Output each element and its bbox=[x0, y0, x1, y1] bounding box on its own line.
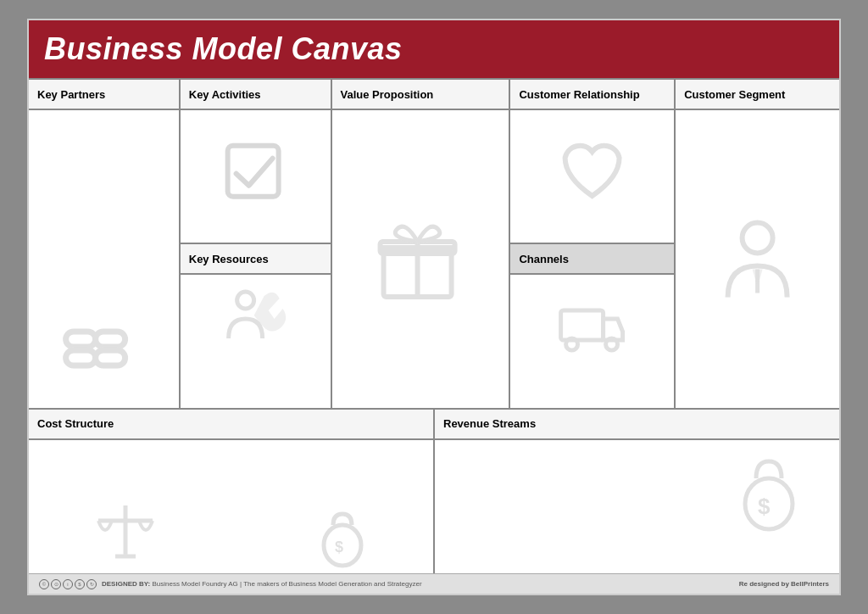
svg-rect-2 bbox=[65, 350, 95, 366]
channels-header: Channels bbox=[510, 244, 674, 275]
svg-rect-0 bbox=[65, 332, 95, 347]
gift-icon bbox=[332, 212, 509, 305]
col-key-activities: Key Activities Key Resources bbox=[181, 80, 332, 408]
cost-structure-header: Cost Structure bbox=[29, 410, 433, 440]
designed-by-label: DESIGNED BY: Business Model Foundry AG |… bbox=[102, 580, 422, 588]
svg-text:$: $ bbox=[758, 494, 771, 519]
value-proposition-body bbox=[332, 110, 509, 408]
page-title: Business Model Canvas bbox=[44, 31, 403, 67]
canvas-wrapper: Business Model Canvas Key Partners bbox=[27, 19, 841, 595]
svg-point-13 bbox=[743, 223, 773, 254]
customer-relationship-body bbox=[510, 110, 674, 244]
key-activities-header: Key Activities bbox=[181, 80, 331, 110]
license-icon-c: © bbox=[39, 579, 49, 589]
svg-rect-10 bbox=[560, 310, 603, 340]
license-icons: © ⊙ i $ ↻ bbox=[39, 579, 97, 589]
col-value-proposition: Value Proposition bbox=[332, 80, 511, 408]
scale-icon bbox=[90, 497, 162, 569]
svg-rect-6 bbox=[384, 250, 452, 297]
svg-marker-15 bbox=[753, 270, 763, 287]
license-icon-by: i bbox=[63, 579, 73, 589]
revenue-streams-body: $ bbox=[435, 440, 839, 573]
footer-right: Re designed by BellPrinters bbox=[739, 580, 829, 588]
key-resources-header: Key Resources bbox=[181, 244, 331, 275]
cost-structure-body: $ bbox=[29, 440, 433, 573]
value-proposition-header: Value Proposition bbox=[332, 80, 509, 110]
col-key-partners: Key Partners bbox=[29, 80, 181, 408]
svg-rect-1 bbox=[95, 332, 125, 347]
svg-point-12 bbox=[605, 338, 617, 350]
grid-area: Key Partners bbox=[29, 78, 839, 573]
svg-text:$: $ bbox=[335, 539, 343, 555]
svg-point-5 bbox=[236, 292, 253, 309]
top-section: Key Partners bbox=[29, 80, 839, 410]
checkbox-icon bbox=[181, 142, 331, 205]
svg-rect-4 bbox=[228, 146, 279, 197]
license-icon-cc: ⊙ bbox=[51, 579, 61, 589]
license-icon-sa: ↻ bbox=[86, 579, 97, 589]
bottom-section: Cost Structure bbox=[29, 410, 839, 573]
header: Business Model Canvas bbox=[29, 20, 839, 78]
svg-point-21 bbox=[745, 478, 793, 529]
moneybag-icon: $ bbox=[313, 501, 372, 569]
col-customer-segment: Customer Segment bbox=[676, 80, 839, 408]
person-icon bbox=[676, 217, 839, 310]
license-icon-nc: $ bbox=[75, 579, 85, 589]
key-partners-header: Key Partners bbox=[29, 80, 179, 110]
footer: © ⊙ i $ ↻ DESIGNED BY: Business Model Fo… bbox=[29, 573, 839, 594]
col-customer-relationship: Customer Relationship Channels bbox=[510, 80, 676, 408]
truck-icon bbox=[510, 302, 674, 357]
customer-relationship-header: Customer Relationship bbox=[510, 80, 674, 110]
revenue-streams-header: Revenue Streams bbox=[435, 410, 839, 440]
col-cost-structure: Cost Structure bbox=[29, 410, 435, 573]
svg-point-19 bbox=[324, 525, 361, 566]
wrench-person-icon bbox=[181, 283, 331, 351]
key-partners-body bbox=[29, 110, 179, 408]
svg-rect-3 bbox=[95, 350, 125, 366]
svg-rect-7 bbox=[381, 242, 455, 254]
key-activities-body bbox=[181, 110, 331, 244]
customer-segment-header: Customer Segment bbox=[676, 80, 839, 110]
chain-icon bbox=[29, 306, 179, 391]
col-revenue-streams: Revenue Streams $ bbox=[435, 410, 839, 573]
svg-point-11 bbox=[565, 338, 577, 350]
footer-left: © ⊙ i $ ↻ DESIGNED BY: Business Model Fo… bbox=[39, 579, 422, 589]
channels-body bbox=[510, 275, 674, 407]
dollar-bag-icon: $ bbox=[731, 453, 807, 533]
heart-icon bbox=[510, 137, 674, 204]
customer-segment-body bbox=[676, 110, 839, 408]
key-resources-body bbox=[181, 275, 331, 407]
